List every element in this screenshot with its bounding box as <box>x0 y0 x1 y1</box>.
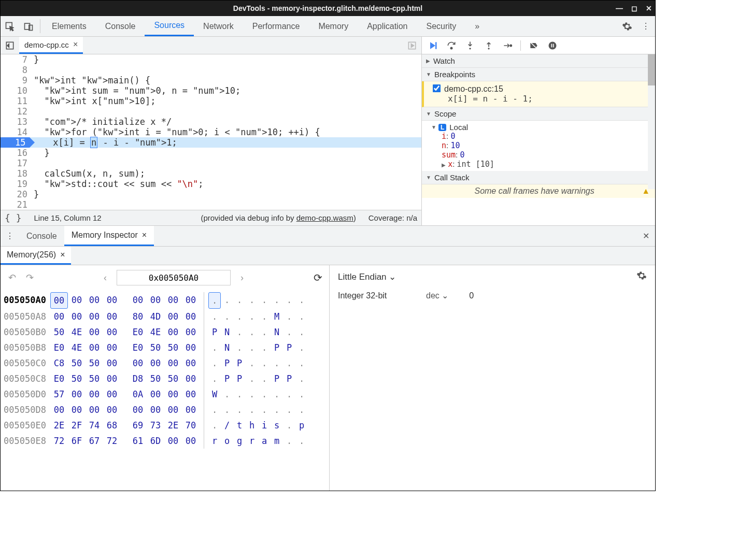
tab-console[interactable]: Console <box>96 16 145 36</box>
run-snippet-icon[interactable] <box>403 37 421 54</box>
pause-on-exceptions-icon[interactable] <box>547 40 558 51</box>
device-toolbar-icon[interactable] <box>19 16 38 36</box>
resume-icon[interactable] <box>427 40 438 51</box>
settings-gear-icon[interactable] <box>618 16 636 36</box>
divider <box>520 40 521 51</box>
var-i: i: 0 <box>442 132 650 141</box>
refresh-icon[interactable]: ⟳ <box>311 271 324 284</box>
coverage-status: Coverage: n/a <box>369 213 417 222</box>
tab-performance[interactable]: Performance <box>243 16 309 36</box>
svg-rect-12 <box>553 44 554 47</box>
window-maximize-icon[interactable]: ◻ <box>631 4 637 12</box>
window-close-icon[interactable]: ✕ <box>646 4 652 12</box>
divider <box>40 19 40 33</box>
memory-tab[interactable]: Memory(256) × <box>1 247 71 265</box>
wasm-link[interactable]: demo-cpp.wasm <box>296 213 353 222</box>
drawer-menu-icon[interactable]: ⋮ <box>1 226 19 246</box>
file-tabbar: demo-cpp.cc × <box>1 37 421 54</box>
file-tab-demo-cpp[interactable]: demo-cpp.cc × <box>19 37 83 54</box>
drawer-tab-memory-inspector[interactable]: Memory Inspector × <box>64 226 154 246</box>
editor-status-bar: { } Line 15, Column 12 (provided via deb… <box>1 210 421 225</box>
window-titlebar: DevTools - memory-inspector.glitch.me/de… <box>1 1 655 16</box>
pretty-print-icon[interactable]: { } <box>5 212 22 223</box>
step-out-icon[interactable] <box>483 40 494 51</box>
scrollbar[interactable] <box>648 54 655 189</box>
callstack-warning: Some call frames have warnings ▲ <box>422 184 655 198</box>
debugger-toolbar <box>422 37 655 54</box>
devtools-tabbar: Elements Console Sources Network Perform… <box>1 16 655 37</box>
debug-info-source: (provided via debug info by demo-cpp.was… <box>201 213 356 222</box>
deactivate-breakpoints-icon[interactable] <box>528 40 540 51</box>
prev-page-icon[interactable]: ‹ <box>99 272 111 283</box>
kebab-menu-icon[interactable]: ⋮ <box>636 16 655 36</box>
interp-type: Integer 32-bit <box>338 291 405 300</box>
callstack-section[interactable]: ▼Call Stack <box>422 171 655 184</box>
breakpoint-item[interactable]: demo-cpp.cc:15 x[i] = n - i - 1; <box>422 81 655 107</box>
scope-local[interactable]: ▼LLocal <box>431 123 650 132</box>
close-icon[interactable]: × <box>60 250 65 260</box>
tab-memory[interactable]: Memory <box>309 16 358 36</box>
svg-point-6 <box>450 47 452 49</box>
address-input[interactable] <box>117 270 231 285</box>
navigator-toggle-icon[interactable] <box>1 37 19 54</box>
memory-tabbar: Memory(256) × <box>1 247 655 265</box>
step-into-icon[interactable] <box>464 40 476 51</box>
hex-viewer: ↶ ↷ ‹ › ⟳ 005050A00000000000000000......… <box>1 265 330 491</box>
window-title: DevTools - memory-inspector.glitch.me/de… <box>233 4 422 12</box>
hex-toolbar: ↶ ↷ ‹ › ⟳ <box>1 265 329 290</box>
value-interpreter: Little Endian ⌄ Integer 32-bit dec ⌄ 0 <box>330 265 655 491</box>
redo-icon[interactable]: ↷ <box>23 272 36 283</box>
interpreter-settings-icon[interactable] <box>636 270 647 283</box>
breakpoint-checkbox[interactable] <box>433 84 441 93</box>
cursor-position: Line 15, Column 12 <box>34 213 102 222</box>
var-n: n: 10 <box>442 141 650 150</box>
close-icon[interactable]: × <box>142 231 147 240</box>
step-over-icon[interactable] <box>446 40 457 51</box>
drawer-tabbar: ⋮ Console Memory Inspector × ✕ <box>1 226 655 247</box>
drawer-tab-console[interactable]: Console <box>19 226 64 246</box>
close-icon[interactable]: × <box>73 40 78 49</box>
var-x[interactable]: ▶ x: int [10] <box>442 160 650 169</box>
var-sum: sum: 0 <box>442 150 650 160</box>
undo-icon[interactable]: ↶ <box>6 272 18 283</box>
scope-section[interactable]: ▼Scope <box>422 107 655 121</box>
hex-grid[interactable]: 005050A00000000000000000........005050A8… <box>1 290 329 451</box>
svg-rect-5 <box>435 42 437 49</box>
breakpoint-code: x[i] = n - i - 1; <box>433 94 650 104</box>
watch-section[interactable]: ▶Watch <box>422 54 655 68</box>
breakpoints-section[interactable]: ▼Breakpoints <box>422 68 655 81</box>
endianness-select[interactable]: Little Endian ⌄ <box>338 271 396 282</box>
interp-format-select[interactable]: dec ⌄ <box>426 291 448 300</box>
tab-more-icon[interactable]: » <box>465 16 489 36</box>
next-page-icon[interactable]: › <box>236 272 248 283</box>
scope-body: ▼LLocal i: 0 n: 10 sum: 0 ▶ x: int [10] <box>422 121 655 171</box>
tab-application[interactable]: Application <box>358 16 417 36</box>
tab-network[interactable]: Network <box>194 16 243 36</box>
code-editor[interactable]: 7}89"kw">int "kw">main() {10 "kw">int su… <box>1 54 421 210</box>
interpreter-row: Integer 32-bit dec ⌄ 0 <box>338 291 647 300</box>
tab-sources[interactable]: Sources <box>145 16 194 36</box>
svg-point-8 <box>488 48 489 49</box>
chevron-down-icon: ⌄ <box>389 272 396 282</box>
debugger-pane: ▶Watch ▼Breakpoints demo-cpp.cc:15 x[i] … <box>422 37 655 225</box>
file-tab-label: demo-cpp.cc <box>24 40 69 49</box>
tab-security[interactable]: Security <box>417 16 465 36</box>
svg-point-9 <box>510 45 512 46</box>
svg-point-10 <box>549 41 557 49</box>
drawer-close-icon[interactable]: ✕ <box>636 226 655 246</box>
svg-rect-11 <box>551 44 552 47</box>
svg-point-7 <box>469 48 471 49</box>
interp-value: 0 <box>469 291 474 300</box>
step-icon[interactable] <box>502 40 513 51</box>
window-minimize-icon[interactable]: — <box>616 4 623 12</box>
tab-elements[interactable]: Elements <box>42 16 96 36</box>
inspect-element-icon[interactable] <box>1 16 19 36</box>
